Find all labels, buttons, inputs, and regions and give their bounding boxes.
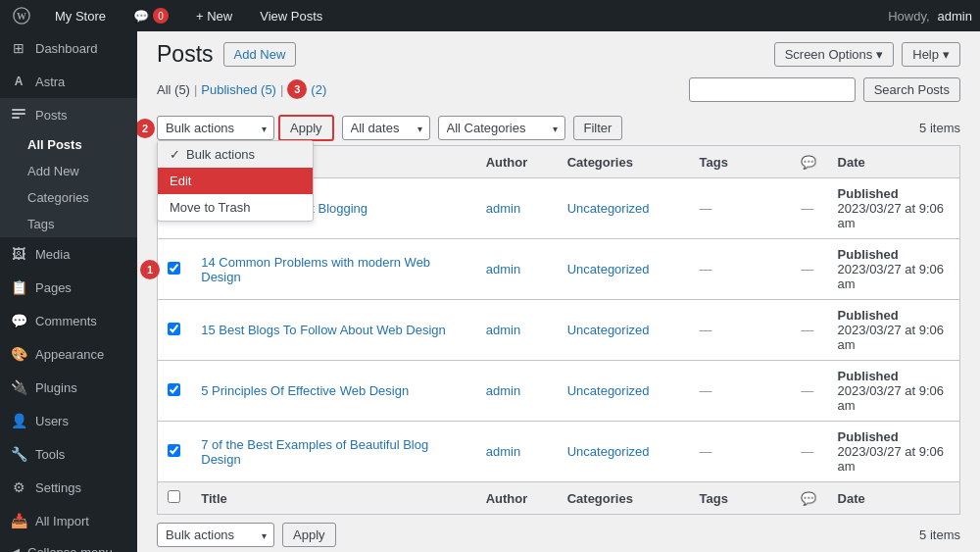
help-button[interactable]: Help ▾ bbox=[902, 42, 960, 67]
row2-author-link[interactable]: admin bbox=[486, 262, 520, 276]
row1-categories: Uncategorized bbox=[558, 178, 690, 239]
row5-checkbox-input[interactable] bbox=[168, 444, 180, 457]
sidebar-item-media[interactable]: 🖼 Media bbox=[0, 237, 137, 271]
row2-date-value: 2023/03/27 at 9:06 am bbox=[838, 262, 950, 291]
bulk-actions-area: 2 Bulk actions Edit Move to Trash ▾ ✓ bbox=[157, 115, 334, 141]
bottom-bulk-actions-wrap: Bulk actions Edit Move to Trash ▾ bbox=[157, 523, 274, 547]
sidebar-item-comments[interactable]: 💬 Comments bbox=[0, 304, 137, 337]
sidebar-item-settings[interactable]: ⚙ Settings bbox=[0, 471, 137, 504]
wp-logo-icon[interactable]: W bbox=[8, 2, 35, 29]
page-title-area: Posts Add New bbox=[157, 41, 296, 68]
bottom-bulk-actions-select[interactable]: Bulk actions Edit Move to Trash bbox=[157, 523, 274, 547]
new-post-button[interactable]: + New bbox=[188, 9, 240, 24]
admin-bar-right: Howdy, admin bbox=[888, 9, 972, 24]
row3-date-status: Published bbox=[838, 308, 899, 323]
header-date[interactable]: Date bbox=[828, 146, 960, 178]
sidebar-item-users[interactable]: 👤 Users bbox=[0, 404, 137, 437]
row2-checkbox-input[interactable] bbox=[168, 262, 180, 275]
row3-author-link[interactable]: admin bbox=[486, 323, 520, 337]
row4-author-link[interactable]: admin bbox=[486, 383, 520, 398]
footer-date[interactable]: Date bbox=[828, 482, 960, 515]
bulk-action-bulk-actions[interactable]: ✓ Bulk actions bbox=[158, 141, 313, 168]
sidebar-item-label: Users bbox=[35, 414, 69, 428]
row5-author-link[interactable]: admin bbox=[486, 444, 520, 459]
help-arrow-icon: ▾ bbox=[943, 47, 950, 62]
post-title-link[interactable]: 7 of the Best Examples of Beautiful Blog… bbox=[201, 437, 428, 467]
row5-author: admin bbox=[476, 422, 558, 482]
apply-button-top[interactable]: Apply bbox=[278, 115, 334, 141]
row3-title: 15 Best Blogs To Follow About Web Design bbox=[191, 300, 475, 361]
filter-published[interactable]: Published (5) bbox=[201, 82, 276, 97]
row3-cat-link[interactable]: Uncategorized bbox=[567, 323, 650, 337]
row5-cat-link[interactable]: Uncategorized bbox=[567, 444, 650, 459]
svg-rect-4 bbox=[12, 117, 20, 119]
sidebar-item-appearance[interactable]: 🎨 Appearance bbox=[0, 337, 137, 371]
comments-menu-item[interactable]: 💬 0 bbox=[125, 8, 176, 24]
search-posts-button[interactable]: Search Posts bbox=[863, 77, 960, 102]
row4-checkbox-input[interactable] bbox=[168, 383, 180, 396]
apply-button-bottom[interactable]: Apply bbox=[282, 523, 336, 547]
add-new-button[interactable]: Add New bbox=[223, 42, 297, 67]
sidebar-item-plugins[interactable]: 🔌 Plugins bbox=[0, 371, 137, 404]
row3-tags: — bbox=[690, 300, 792, 361]
row1-author-link[interactable]: admin bbox=[486, 201, 520, 216]
admin-name[interactable]: admin bbox=[938, 9, 972, 24]
sidebar-item-label: Comments bbox=[35, 314, 97, 328]
bulk-actions-dropdown: ✓ Bulk actions Edit Move to Trash bbox=[157, 140, 314, 222]
categories-select[interactable]: All Categories bbox=[438, 116, 565, 140]
svg-rect-3 bbox=[12, 113, 25, 115]
cat-select-wrap: All Categories ▾ bbox=[438, 116, 565, 140]
row2-cat-link[interactable]: Uncategorized bbox=[567, 262, 650, 276]
sidebar-item-astra[interactable]: A Astra bbox=[0, 65, 137, 98]
sidebar-item-label: Astra bbox=[35, 75, 65, 89]
sidebar-sub-all-posts[interactable]: All Posts bbox=[0, 131, 137, 158]
row3-date-value: 2023/03/27 at 9:06 am bbox=[838, 323, 950, 352]
filter-trash[interactable]: 3 (2) bbox=[287, 79, 326, 99]
row1-date-value: 2023/03/27 at 9:06 am bbox=[838, 201, 950, 230]
row5-checkbox bbox=[158, 422, 192, 482]
sidebar-item-label: Pages bbox=[35, 280, 72, 295]
sidebar-item-label: Settings bbox=[35, 480, 81, 495]
table-row: 1 14 Common Problems with modern Web Des… bbox=[158, 239, 960, 300]
tools-icon: 🔧 bbox=[10, 445, 27, 463]
view-posts-link[interactable]: View Posts bbox=[252, 9, 330, 24]
bulk-actions-select[interactable]: Bulk actions Edit Move to Trash bbox=[157, 116, 274, 140]
sidebar-item-dashboard[interactable]: ⊞ Dashboard bbox=[0, 31, 137, 65]
dates-select[interactable]: All dates bbox=[342, 116, 430, 140]
row1-cat-link[interactable]: Uncategorized bbox=[567, 201, 650, 216]
items-count-bottom: 5 items bbox=[919, 527, 960, 542]
row3-checkbox-input[interactable] bbox=[168, 323, 180, 335]
appearance-icon: 🎨 bbox=[10, 345, 27, 363]
sidebar-item-posts[interactable]: Posts bbox=[0, 98, 137, 131]
footer-title[interactable]: Title bbox=[191, 482, 475, 515]
post-title-link[interactable]: 5 Principles Of Effective Web Design bbox=[201, 383, 409, 398]
sidebar-sub-add-new[interactable]: Add New bbox=[0, 158, 137, 184]
bulk-action-edit[interactable]: Edit bbox=[158, 168, 313, 194]
search-input[interactable] bbox=[689, 77, 856, 102]
filter-button[interactable]: Filter bbox=[573, 116, 623, 140]
post-title-link[interactable]: 15 Best Blogs To Follow About Web Design bbox=[201, 323, 446, 337]
sidebar-sub-categories[interactable]: Categories bbox=[0, 184, 137, 211]
filter-all[interactable]: All (5) bbox=[157, 82, 190, 97]
footer-select-all-checkbox[interactable] bbox=[168, 490, 180, 503]
bottom-bar: Bulk actions Edit Move to Trash ▾ Apply … bbox=[157, 515, 960, 552]
bulk-action-move-to-trash[interactable]: Move to Trash bbox=[158, 194, 313, 221]
row2-categories: Uncategorized bbox=[558, 239, 690, 300]
collapse-menu-item[interactable]: ◀ Collapse menu bbox=[0, 537, 137, 552]
sidebar-item-pages[interactable]: 📋 Pages bbox=[0, 271, 137, 304]
footer-categories: Categories bbox=[558, 482, 690, 515]
screen-options-button[interactable]: Screen Options ▾ bbox=[774, 42, 895, 67]
footer-checkbox bbox=[158, 482, 192, 515]
row1-tags: — bbox=[690, 178, 792, 239]
row2-date: Published 2023/03/27 at 9:06 am bbox=[828, 239, 960, 300]
site-name[interactable]: My Store bbox=[47, 9, 114, 24]
row4-cat-link[interactable]: Uncategorized bbox=[567, 383, 650, 398]
post-title-link[interactable]: 14 Common Problems with modern Web Desig… bbox=[201, 255, 430, 284]
sidebar-menu: ⊞ Dashboard A Astra Posts All Posts Add … bbox=[0, 31, 137, 552]
sidebar-sub-tags[interactable]: Tags bbox=[0, 211, 137, 237]
sidebar-item-tools[interactable]: 🔧 Tools bbox=[0, 437, 137, 471]
row5-date: Published 2023/03/27 at 9:06 am bbox=[828, 422, 960, 482]
row3-categories: Uncategorized bbox=[558, 300, 690, 361]
plugins-icon: 🔌 bbox=[10, 378, 27, 396]
sidebar-item-allimport[interactable]: 📥 All Import bbox=[0, 504, 137, 537]
